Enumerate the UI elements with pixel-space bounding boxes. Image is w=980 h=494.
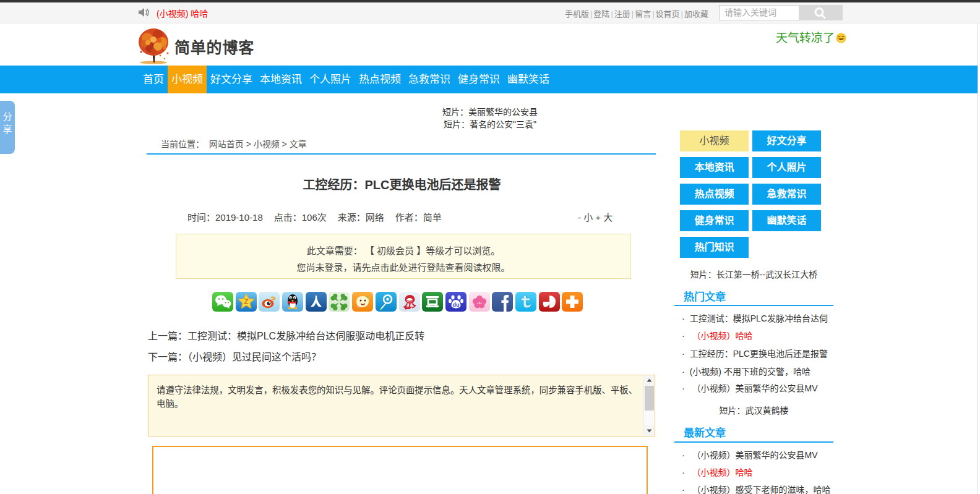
svg-text:Z: Z [244,297,248,306]
svg-text:du: du [452,302,459,308]
